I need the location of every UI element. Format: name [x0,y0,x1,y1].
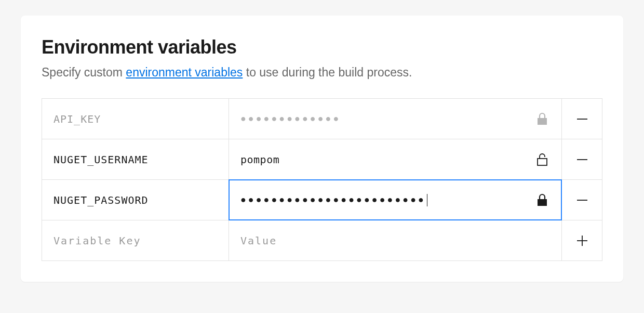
description-text-pre: Specify custom [42,66,126,79]
env-vars-card: Environment variables Specify custom env… [21,16,623,282]
minus-icon [575,193,589,207]
section-description: Specify custom environment variables to … [42,66,602,80]
value-cell: ●●●●●●●●●●●●● [229,99,561,139]
key-input[interactable] [53,153,217,166]
masked-value: ●●●●●●●●●●●●● [240,113,528,124]
action-cell [561,139,602,179]
svg-rect-4 [538,199,547,206]
svg-rect-0 [538,118,547,125]
lock-toggle-button[interactable] [534,151,550,168]
env-var-row-new [42,220,602,261]
env-var-row: ●●●●●●●●●●●●●●●●●●●●●●●● [42,180,602,220]
svg-rect-2 [538,159,547,165]
section-heading: Environment variables [42,36,602,58]
plus-icon [575,233,589,248]
action-cell [561,99,602,139]
key-cell [42,220,229,260]
minus-icon [575,152,589,167]
key-cell [42,139,229,179]
remove-row-button[interactable] [572,149,593,170]
value-input[interactable] [240,234,550,247]
minus-icon [575,112,589,126]
env-var-row: ●●●●●●●●●●●●● [42,99,602,139]
description-text-post: to use during the build process. [243,66,412,79]
remove-row-button[interactable] [572,190,593,211]
add-row-button[interactable] [572,230,593,251]
lock-closed-icon [536,193,548,207]
masked-dots: ●●●●●●●●●●●●●●●●●●●●●●●● [240,194,426,205]
remove-row-button[interactable] [572,109,593,129]
value-cell [229,139,561,179]
action-cell [561,220,602,260]
key-input[interactable] [53,113,217,125]
masked-value: ●●●●●●●●●●●●●●●●●●●●●●●● [240,194,528,206]
value-cell [229,220,561,260]
key-input[interactable] [53,234,217,247]
value-cell[interactable]: ●●●●●●●●●●●●●●●●●●●●●●●● [229,180,561,220]
value-input[interactable] [240,153,528,166]
key-cell [42,180,229,220]
env-vars-table: ●●●●●●●●●●●●● [42,98,602,261]
lock-closed-icon [536,112,548,126]
lock-open-icon [536,153,548,166]
lock-toggle-button[interactable] [534,110,550,128]
key-input[interactable] [53,194,217,206]
action-cell [561,180,602,220]
text-caret [427,194,427,206]
env-vars-doc-link[interactable]: environment variables [126,66,243,79]
env-var-row [42,139,602,180]
key-cell [42,99,229,139]
lock-toggle-button[interactable] [534,191,550,209]
